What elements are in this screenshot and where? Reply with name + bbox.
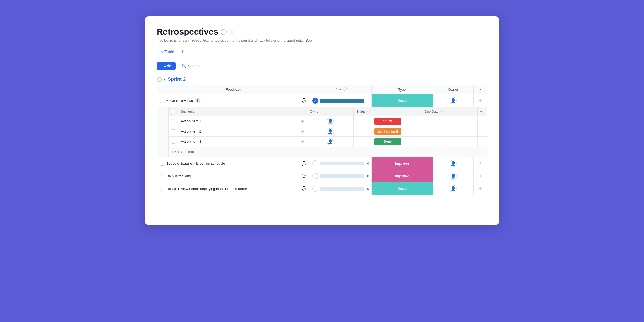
- sprint-header: ▾ Sprint 2: [157, 76, 487, 82]
- subitem-checkbox-cell: [169, 116, 178, 126]
- subitem-checkbox[interactable]: [171, 119, 175, 123]
- add-col[interactable]: +: [474, 157, 487, 170]
- subitem-add-icon[interactable]: ⊕: [301, 139, 304, 144]
- subitem-add-col[interactable]: [477, 126, 487, 137]
- subitem-checkbox[interactable]: [171, 140, 175, 144]
- row-checkbox[interactable]: [160, 162, 164, 166]
- th-sub-add[interactable]: +: [477, 107, 487, 116]
- subitem-add-col[interactable]: [477, 116, 487, 126]
- vote-circle[interactable]: [312, 173, 318, 179]
- subitem-name: Action Item 1: [181, 119, 201, 123]
- add-subitem-row[interactable]: + Add Subitem: [169, 147, 487, 157]
- row-checkbox[interactable]: [160, 187, 164, 191]
- add-col[interactable]: +: [474, 94, 487, 107]
- add-col[interactable]: +: [474, 170, 487, 182]
- subitem-owner-cell: 👤: [307, 137, 353, 147]
- subitem-owner-avatar: 👤: [327, 118, 334, 125]
- count-badge: 3: [195, 98, 201, 103]
- page-title: Retrospectives: [157, 27, 218, 37]
- sub-all-checkbox[interactable]: [171, 110, 175, 114]
- th-owner: Owner: [433, 85, 473, 94]
- search-button[interactable]: 🔍 Search: [178, 62, 203, 70]
- page-description: This board is for sprint retros. Gather …: [157, 38, 487, 42]
- row-checkbox[interactable]: [160, 99, 164, 103]
- subitem-add-col[interactable]: [477, 137, 487, 147]
- empty-vote-bar: [320, 187, 364, 191]
- subitem-checkbox[interactable]: [171, 129, 175, 133]
- add-button[interactable]: + Add: [157, 62, 176, 70]
- code-reviews-type-cell: Keep: [371, 94, 433, 107]
- sprint-checkbox[interactable]: [157, 77, 162, 82]
- status-badge[interactable]: Done: [374, 138, 401, 145]
- code-reviews-feedback-cell: ▾ Code Reviews 3 💬: [157, 94, 310, 107]
- comment-icon[interactable]: 💬: [302, 98, 307, 103]
- subitem-duedate-cell: [422, 116, 478, 126]
- comment-icon[interactable]: 💬: [302, 186, 307, 191]
- subitem-add-icon[interactable]: ⊕: [301, 119, 304, 124]
- add-subitem-button[interactable]: + Add Subitem: [171, 150, 194, 154]
- info-icon[interactable]: i: [221, 29, 227, 35]
- comment-icon[interactable]: 💬: [302, 161, 307, 166]
- subitem-owner-avatar: 👤: [327, 128, 334, 135]
- type-badge[interactable]: Improve: [372, 170, 433, 182]
- feedback-cell: Daily is too long 💬: [157, 170, 310, 182]
- tab-table[interactable]: ⌂ Table: [157, 47, 178, 57]
- add-col[interactable]: +: [474, 182, 487, 195]
- subitem-checkbox-cell: [169, 137, 178, 147]
- type-cell: Improve: [371, 170, 433, 182]
- vote-info-icon[interactable]: ⓘ: [343, 87, 347, 91]
- subitems-inner: Subitems Owner Status ⓘ Due Date: [168, 107, 487, 157]
- th-feedback: Feedback: [157, 85, 310, 94]
- status-badge[interactable]: Working on it: [374, 128, 401, 135]
- table-row: ▾ Code Reviews 3 💬 ✓ 1: [157, 94, 487, 107]
- tab-add-button[interactable]: +: [179, 48, 186, 56]
- status-badge[interactable]: Stuck: [374, 118, 401, 125]
- type-cell: Improve: [371, 157, 433, 170]
- star-icon[interactable]: ☆: [229, 29, 234, 35]
- search-icon: 🔍: [182, 64, 186, 68]
- vote-circle[interactable]: [312, 160, 318, 166]
- subitem-row: Action Item 3 ⊕ 👤 Done: [169, 137, 487, 147]
- th-add[interactable]: +: [474, 85, 487, 94]
- th-sub-owner: Owner: [307, 107, 353, 116]
- type-badge[interactable]: Improve: [372, 157, 433, 170]
- feedback-text: Design review before deploying tasks is …: [166, 187, 247, 191]
- subitem-duedate-cell: [422, 137, 478, 147]
- vote-circle[interactable]: [312, 186, 318, 192]
- table-row: Scope of feature Y is behind schedule 💬 …: [157, 157, 487, 170]
- th-sub-check: [169, 107, 178, 116]
- owner-cell: 👤: [433, 157, 473, 170]
- status-info-icon[interactable]: ⓘ: [367, 109, 371, 114]
- subitem-checkbox-cell: [169, 126, 178, 137]
- th-subitems: Subitems: [178, 107, 307, 116]
- feedback-text: Daily is too long: [166, 174, 191, 178]
- subitem-status-cell: Working on it: [353, 126, 422, 137]
- vote-bar: [320, 99, 364, 103]
- subitem-name: Action Item 3: [181, 140, 201, 144]
- vote-count: 0: [366, 187, 369, 191]
- sprint-chevron[interactable]: ▾: [164, 77, 166, 82]
- subitem-owner-cell: 👤: [307, 126, 353, 137]
- expand-icon[interactable]: ▾: [166, 99, 168, 103]
- add-subitem-cell[interactable]: + Add Subitem: [169, 147, 487, 157]
- owner-avatar: 👤: [450, 173, 457, 180]
- subitem-name: Action Item 2: [181, 129, 201, 133]
- vote-count: 0: [366, 162, 369, 166]
- subitems-row: Subitems Owner Status ⓘ Due Date: [157, 107, 487, 157]
- duedate-info-icon[interactable]: ⓘ: [440, 109, 444, 114]
- type-badge[interactable]: Keep: [372, 182, 433, 195]
- see-more-link[interactable]: See l: [305, 38, 313, 42]
- comment-icon[interactable]: 💬: [302, 174, 307, 178]
- type-badge-keep[interactable]: Keep: [372, 94, 433, 107]
- vote-cell: 0: [310, 170, 371, 182]
- row-checkbox[interactable]: [160, 174, 164, 178]
- subitems-cell: Subitems Owner Status ⓘ Due Date: [157, 107, 487, 157]
- toolbar: + Add 🔍 Search: [157, 62, 487, 70]
- th-type: Type: [371, 85, 433, 94]
- vote-check-icon[interactable]: ✓: [312, 98, 318, 104]
- th-sub-duedate: Due Date ⓘ: [422, 107, 478, 116]
- feedback-text: Scope of feature Y is behind schedule: [166, 162, 225, 166]
- empty-vote-bar: [320, 174, 364, 178]
- subitem-name-cell: Action Item 2 ⊕: [178, 126, 307, 137]
- subitem-add-icon[interactable]: ⊕: [301, 129, 304, 134]
